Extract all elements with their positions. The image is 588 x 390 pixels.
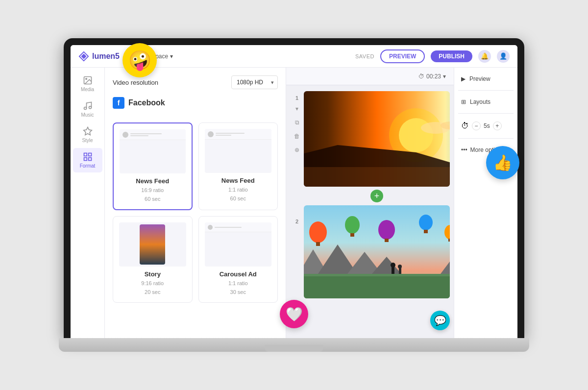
svg-rect-8 xyxy=(88,158,91,161)
style-label: Style xyxy=(82,138,93,143)
sidebar-item-format[interactable]: Format xyxy=(73,148,102,172)
format-label: Format xyxy=(80,163,96,169)
notifications-icon[interactable]: 🔔 xyxy=(478,50,491,63)
slide-controls-col: 1 ▾ ⧉ 🗑 ⊕ 2 xyxy=(290,91,304,298)
slides-content: + xyxy=(304,91,454,298)
slide1-number: 1 xyxy=(295,95,298,101)
slide2-controls: 2 xyxy=(295,205,298,224)
preview-label: Preview xyxy=(469,75,490,82)
thumbs-up-badge: 👍 xyxy=(486,146,519,179)
duration-decrease-btn[interactable]: − xyxy=(472,122,481,130)
timer-icon: ⏱ xyxy=(461,122,469,130)
resolution-select-wrapper[interactable]: 720p HD 1080p HD 4K xyxy=(231,75,278,89)
svg-rect-14 xyxy=(304,167,450,187)
app-body: Media Music Style xyxy=(71,68,517,338)
duration-increase-btn[interactable]: + xyxy=(493,122,502,130)
time-display: ⏱ 00:23 ▾ xyxy=(418,73,446,80)
image-icon xyxy=(83,75,93,85)
svg-rect-9 xyxy=(84,158,87,161)
resolution-select[interactable]: 720p HD 1080p HD 4K xyxy=(231,75,278,89)
svg-point-39 xyxy=(398,265,402,268)
format-card-carousel[interactable]: Carousel Ad 1:1 ratio30 sec xyxy=(198,216,278,303)
news-feed-square-meta: 1:1 ratio60 sec xyxy=(205,186,272,203)
svg-point-4 xyxy=(84,107,86,110)
platform-header: f Facebook xyxy=(113,97,278,115)
add-slide-button[interactable]: + xyxy=(370,190,383,202)
slide1-copy-btn[interactable]: ⧉ xyxy=(291,117,303,128)
svg-point-28 xyxy=(345,216,360,234)
svg-point-5 xyxy=(89,106,91,109)
layouts-option[interactable]: ⊞ Layouts xyxy=(458,97,514,107)
slide2-block xyxy=(304,205,450,298)
slide1-add-scene-btn[interactable]: ⊕ xyxy=(291,144,303,156)
slide2-image[interactable] xyxy=(304,205,450,298)
slide1-image[interactable] xyxy=(304,91,450,187)
sidebar-item-music[interactable]: Music xyxy=(73,97,102,122)
sidebar-item-media[interactable]: Media xyxy=(73,72,102,96)
format-grid: News Feed 16:9 ratio60 sec xyxy=(113,122,278,303)
slide1-block xyxy=(304,91,450,187)
svg-rect-27 xyxy=(316,242,320,246)
platform-name: Facebook xyxy=(128,98,165,107)
play-icon: ▶ xyxy=(461,75,466,82)
chevron-down-icon[interactable]: ▾ xyxy=(443,73,446,80)
clock-icon: ⏱ xyxy=(418,73,424,80)
saved-status: SAVED xyxy=(355,53,374,59)
logo-icon xyxy=(78,51,89,62)
news-feed-wide-name: News Feed xyxy=(120,177,186,185)
format-icon xyxy=(83,152,93,162)
slide1-delete-btn[interactable]: 🗑 xyxy=(291,130,303,142)
account-icon[interactable]: 👤 xyxy=(497,50,510,63)
svg-rect-33 xyxy=(424,230,428,233)
add-slide-btn-container: + xyxy=(304,190,450,202)
news-feed-wide-preview xyxy=(120,129,186,173)
news-feed-square-preview xyxy=(205,129,272,173)
carousel-name: Carousel Ad xyxy=(205,270,272,278)
preview-button[interactable]: PREVIEW xyxy=(380,49,425,63)
laptop-base xyxy=(59,338,529,352)
svg-rect-7 xyxy=(88,153,91,156)
slide1-svg xyxy=(304,91,450,187)
music-icon xyxy=(83,101,93,111)
carousel-meta: 1:1 ratio30 sec xyxy=(205,279,272,296)
right-panel: ▶ Preview ⊞ Layouts ⏱ − 5s + xyxy=(454,68,517,338)
more-icon: ••• xyxy=(461,146,467,153)
format-card-story[interactable]: Story 9:16 ratio20 sec xyxy=(113,216,193,303)
panel-divider-3 xyxy=(458,138,514,139)
slide1-controls: 1 ▾ ⧉ 🗑 ⊕ xyxy=(291,91,303,156)
panel-divider-2 xyxy=(458,113,514,114)
svg-rect-29 xyxy=(350,233,354,237)
sidebar-item-style[interactable]: Style xyxy=(73,122,102,147)
svg-point-37 xyxy=(391,263,395,268)
svg-point-3 xyxy=(85,78,87,80)
format-card-news-feed-wide[interactable]: News Feed 16:9 ratio60 sec xyxy=(113,122,193,210)
svg-rect-38 xyxy=(399,268,401,274)
panel-divider-1 xyxy=(458,90,514,91)
facebook-icon: f xyxy=(113,97,124,109)
svg-rect-31 xyxy=(385,239,389,242)
duration-value: 5s xyxy=(484,122,490,129)
slide1-collapse-btn[interactable]: ▾ xyxy=(291,103,303,115)
svg-rect-35 xyxy=(448,239,450,242)
style-icon xyxy=(83,126,93,136)
main-content: ⏱ 00:23 ▾ 1 ▾ ⧉ xyxy=(286,68,454,338)
svg-point-26 xyxy=(309,221,327,243)
preview-option[interactable]: ▶ Preview xyxy=(458,73,514,84)
resolution-bar: Video resolution 720p HD 1080p HD 4K xyxy=(113,75,278,89)
svg-rect-19 xyxy=(304,276,450,298)
story-meta: 9:16 ratio20 sec xyxy=(119,279,186,296)
slide2-number: 2 xyxy=(295,219,298,224)
story-name: Story xyxy=(119,270,186,278)
svg-point-30 xyxy=(378,220,395,240)
format-card-news-feed-square[interactable]: News Feed 1:1 ratio60 sec xyxy=(198,122,278,210)
laptop-notch xyxy=(265,345,323,352)
publish-button[interactable]: PUBLISH xyxy=(431,50,472,62)
emoji-face-decoration: 🤪 xyxy=(122,43,157,77)
resolution-label: Video resolution xyxy=(113,79,158,86)
chat-bubble-button[interactable]: 💬 xyxy=(430,311,450,330)
logo-text: lumen5 xyxy=(92,52,120,61)
carousel-preview xyxy=(205,222,272,267)
layouts-icon: ⊞ xyxy=(461,98,466,105)
logo-area[interactable]: lumen5 xyxy=(78,51,120,62)
svg-marker-1 xyxy=(81,53,87,59)
